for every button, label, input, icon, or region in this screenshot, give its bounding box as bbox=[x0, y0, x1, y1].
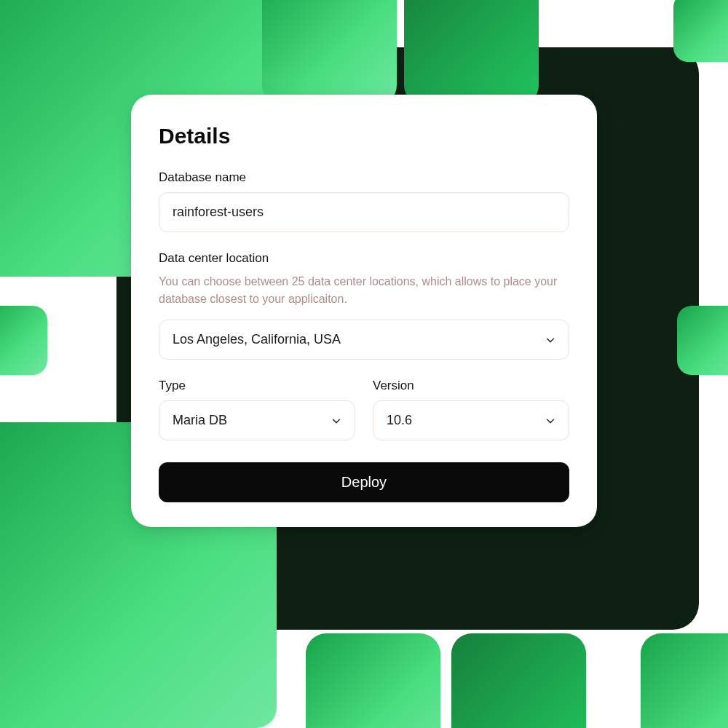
field-version: Version 10.6 bbox=[373, 379, 569, 440]
field-database-name: Database name bbox=[159, 170, 569, 232]
bg-square bbox=[641, 633, 728, 728]
deploy-button[interactable]: Deploy bbox=[159, 462, 569, 502]
field-location: Data center location You can choose betw… bbox=[159, 251, 569, 360]
type-select[interactable]: Maria DB bbox=[159, 400, 355, 440]
version-value: 10.6 bbox=[387, 413, 412, 428]
bg-square bbox=[306, 633, 440, 728]
location-value: Los Angeles, California, USA bbox=[173, 332, 341, 347]
chevron-down-icon bbox=[545, 335, 555, 345]
bg-square bbox=[673, 0, 728, 62]
version-select[interactable]: 10.6 bbox=[373, 400, 569, 440]
details-card: Details Database name Data center locati… bbox=[131, 95, 597, 527]
version-label: Version bbox=[373, 379, 569, 393]
type-label: Type bbox=[159, 379, 355, 393]
location-select[interactable]: Los Angeles, California, USA bbox=[159, 320, 569, 360]
bg-square bbox=[451, 633, 586, 728]
bg-square bbox=[404, 0, 539, 106]
bg-square bbox=[262, 0, 397, 106]
location-help: You can choose between 25 data center lo… bbox=[159, 273, 569, 308]
database-name-input-wrap[interactable] bbox=[159, 192, 569, 232]
chevron-down-icon bbox=[545, 416, 555, 426]
location-label: Data center location bbox=[159, 251, 569, 266]
chevron-down-icon bbox=[331, 416, 341, 426]
type-value: Maria DB bbox=[173, 413, 227, 428]
bg-square bbox=[677, 306, 728, 375]
database-name-input[interactable] bbox=[173, 205, 555, 220]
database-name-label: Database name bbox=[159, 170, 569, 185]
bg-square bbox=[0, 306, 47, 375]
card-title: Details bbox=[159, 124, 569, 149]
field-type: Type Maria DB bbox=[159, 379, 355, 440]
